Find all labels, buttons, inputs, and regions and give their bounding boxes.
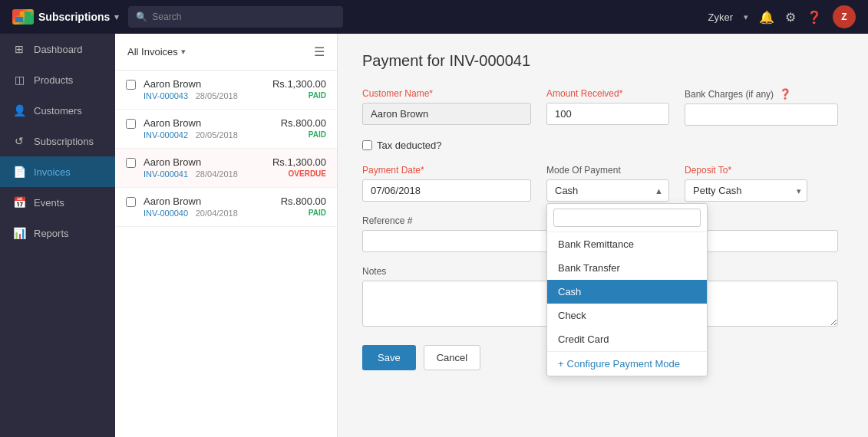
settings-button[interactable]: ⚙ — [785, 10, 796, 25]
sidebar-item-subscriptions[interactable]: ↺ Subscriptions — [0, 126, 115, 156]
invoice-number-1: INV-000043 — [144, 91, 188, 100]
list-item[interactable]: Aaron Brown INV-000043 28/05/2018 Rs.1,3… — [115, 71, 337, 110]
form-row-1: Customer Name* Amount Received* Bank Cha… — [362, 88, 843, 126]
invoice-checkbox-3[interactable] — [126, 158, 136, 168]
dropdown-item-check[interactable]: Check — [547, 304, 707, 327]
brand-chevron[interactable]: ▾ — [114, 12, 119, 22]
plus-icon: + — [558, 358, 564, 370]
invoice-amount-4: Rs.800.00 — [281, 196, 326, 207]
tax-deducted-checkbox[interactable] — [362, 140, 372, 150]
invoice-name-4: Aaron Brown — [144, 196, 273, 207]
payment-date-group: Payment Date* — [362, 165, 531, 202]
bank-charges-label: Bank Charges (if any) ❓ — [685, 88, 838, 100]
invoice-checkbox-1[interactable] — [126, 80, 136, 90]
amount-received-input[interactable] — [546, 103, 669, 125]
dropdown-item-cash[interactable]: Cash — [547, 280, 707, 304]
search-icon: 🔍 — [136, 12, 147, 22]
search-bar[interactable]: 🔍 — [128, 6, 343, 28]
bank-charges-group: Bank Charges (if any) ❓ — [685, 88, 838, 126]
invoice-amount-1: Rs.1,300.00 — [272, 78, 326, 90]
sidebar-label-events: Events — [34, 197, 64, 209]
payment-mode-dropdown: Bank Remittance Bank Transfer Cash Check… — [546, 203, 708, 376]
sidebar-label-products: Products — [34, 74, 73, 86]
bank-charges-help-icon[interactable]: ❓ — [779, 88, 791, 100]
payment-date-input[interactable] — [362, 179, 531, 202]
sidebar-item-invoices[interactable]: 📄 Invoices — [0, 156, 115, 187]
invoice-number-2: INV-000042 — [144, 130, 188, 140]
svg-rect-3 — [15, 17, 23, 22]
events-icon: 📅 — [12, 196, 26, 209]
configure-label: Configure Payment Mode — [567, 358, 680, 370]
customer-name-input[interactable] — [362, 103, 531, 125]
dashboard-icon: ⊞ — [12, 43, 26, 55]
invoice-info-3: Aaron Brown INV-000041 28/04/2018 — [144, 156, 265, 179]
mode-of-payment-select[interactable]: Cash — [546, 179, 669, 202]
panel-menu-icon[interactable]: ☰ — [314, 44, 325, 59]
search-input[interactable] — [152, 12, 335, 22]
invoice-panel: All Invoices ▾ ☰ Aaron Brown INV-000043 … — [115, 34, 338, 437]
invoice-amount-3: Rs.1,300.00 — [272, 156, 326, 168]
cancel-button[interactable]: Cancel — [424, 345, 480, 370]
bank-charges-input[interactable] — [685, 104, 838, 126]
list-item[interactable]: Aaron Brown INV-000040 20/04/2018 Rs.800… — [115, 188, 337, 227]
invoice-name-2: Aaron Brown — [144, 117, 273, 129]
invoice-amount-2: Rs.800.00 — [281, 117, 326, 129]
filter-chevron-icon: ▾ — [181, 47, 186, 57]
page-title: Payment for INV-000041 — [362, 52, 843, 70]
invoice-date-1: 28/05/2018 — [196, 91, 238, 100]
sidebar-label-reports: Reports — [34, 228, 69, 239]
list-item[interactable]: Aaron Brown INV-000042 20/05/2018 Rs.800… — [115, 110, 337, 149]
mode-of-payment-wrapper: Cash ▲ — [546, 179, 669, 202]
sidebar-label-dashboard: Dashboard — [34, 44, 83, 55]
tax-checkbox-row: Tax deducted? — [362, 140, 843, 151]
dropdown-item-credit-card[interactable]: Credit Card — [547, 327, 707, 351]
invoice-status-3: OVERDUE — [272, 169, 326, 178]
sidebar-item-products[interactable]: ◫ Products — [0, 64, 115, 95]
invoice-filter[interactable]: All Invoices ▾ — [127, 46, 186, 58]
invoice-list: Aaron Brown INV-000043 28/05/2018 Rs.1,3… — [115, 71, 337, 437]
notifications-button[interactable]: 🔔 — [759, 10, 774, 25]
dropdown-search-container — [547, 204, 707, 232]
customer-name-group: Customer Name* — [362, 88, 531, 125]
products-icon: ◫ — [12, 74, 26, 86]
dropdown-item-bank-transfer[interactable]: Bank Transfer — [547, 256, 707, 280]
sidebar-label-subscriptions: Subscriptions — [34, 136, 94, 147]
deposit-to-wrapper: Petty Cash ▾ — [685, 179, 807, 202]
customers-icon: 👤 — [12, 104, 26, 117]
amount-received-label: Amount Received* — [546, 88, 669, 99]
invoice-name-3: Aaron Brown — [144, 156, 265, 168]
topnav-actions: Zyker ▾ 🔔 ⚙ ❓ Z — [708, 5, 856, 28]
invoice-status-1: PAID — [272, 91, 326, 100]
svg-rect-1 — [20, 12, 24, 15]
invoice-number-4: INV-000040 — [144, 209, 188, 218]
invoice-right-3: Rs.1,300.00 OVERDUE — [272, 156, 326, 178]
sidebar-item-reports[interactable]: 📊 Reports — [0, 218, 115, 248]
deposit-to-group: Deposit To* Petty Cash ▾ — [685, 165, 807, 202]
topnav-user: Zyker — [708, 12, 734, 23]
list-item[interactable]: Aaron Brown INV-000041 28/04/2018 Rs.1,3… — [115, 149, 337, 188]
invoice-status-4: PAID — [281, 209, 326, 217]
dropdown-search-input[interactable] — [553, 209, 701, 227]
filter-label: All Invoices — [127, 46, 178, 58]
invoice-date-3: 28/04/2018 — [196, 169, 238, 179]
sidebar-item-dashboard[interactable]: ⊞ Dashboard — [0, 34, 115, 64]
invoice-status-2: PAID — [281, 130, 326, 139]
user-chevron: ▾ — [744, 12, 748, 22]
invoice-info-2: Aaron Brown INV-000042 20/05/2018 — [144, 117, 273, 140]
sidebar-label-customers: Customers — [34, 105, 82, 117]
sidebar-item-events[interactable]: 📅 Events — [0, 187, 115, 218]
invoice-checkbox-4[interactable] — [126, 197, 136, 207]
avatar[interactable]: Z — [833, 5, 856, 28]
main-content: Payment for INV-000041 Customer Name* Am… — [338, 34, 868, 437]
reports-icon: 📊 — [12, 227, 26, 239]
invoice-panel-header: All Invoices ▾ ☰ — [115, 34, 337, 71]
dropdown-item-bank-remittance[interactable]: Bank Remittance — [547, 232, 707, 256]
invoice-right-2: Rs.800.00 PAID — [281, 117, 326, 139]
help-button[interactable]: ❓ — [807, 10, 822, 25]
configure-payment-mode-button[interactable]: + Configure Payment Mode — [547, 351, 707, 376]
sidebar-item-customers[interactable]: 👤 Customers — [0, 95, 115, 126]
svg-rect-2 — [25, 12, 31, 22]
save-button[interactable]: Save — [362, 345, 416, 370]
invoice-checkbox-2[interactable] — [126, 119, 136, 129]
deposit-to-select[interactable]: Petty Cash — [685, 179, 807, 202]
